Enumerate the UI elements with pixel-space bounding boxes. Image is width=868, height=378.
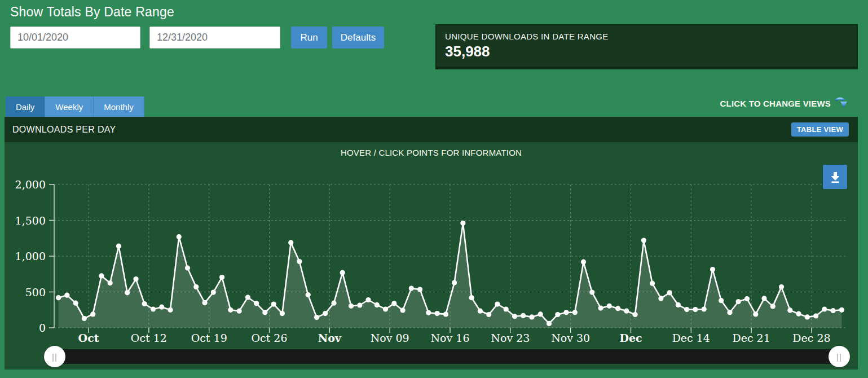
navigator-track[interactable] xyxy=(46,349,844,364)
page-title: Show Totals By Date Range xyxy=(10,5,174,20)
summary-value: 35,988 xyxy=(445,43,848,60)
summary-label: UNIQUE DOWNLOADS IN DATE RANGE xyxy=(445,32,848,41)
svg-text:Oct 12: Oct 12 xyxy=(131,332,167,344)
panel-header: DOWNLOADS PER DAY TABLE VIEW xyxy=(5,117,858,142)
svg-text:Oct 26: Oct 26 xyxy=(251,332,287,344)
svg-text:Dec 21: Dec 21 xyxy=(732,332,770,344)
unique-downloads-box: UNIQUE DOWNLOADS IN DATE RANGE 35,988 xyxy=(435,24,858,69)
tab-daily[interactable]: Daily xyxy=(6,96,45,117)
tab-weekly[interactable]: Weekly xyxy=(45,96,94,117)
change-views-hint: CLICK TO CHANGE VIEWS xyxy=(720,97,847,109)
svg-text:Nov 30: Nov 30 xyxy=(551,332,590,344)
downloads-panel: DOWNLOADS PER DAY TABLE VIEW HOVER / CLI… xyxy=(5,117,858,370)
svg-text:Dec 14: Dec 14 xyxy=(672,332,710,344)
blue-curved-arrow-down-icon xyxy=(835,97,847,109)
table-view-button[interactable]: TABLE VIEW xyxy=(791,122,849,137)
svg-text:Dec 28: Dec 28 xyxy=(792,332,830,344)
navigator-left-handle[interactable]: || xyxy=(44,346,65,367)
svg-text:1,000: 1,000 xyxy=(15,250,46,262)
range-navigator: || || xyxy=(5,345,858,370)
svg-text:Nov: Nov xyxy=(318,332,342,344)
svg-text:Nov 09: Nov 09 xyxy=(371,332,409,344)
tab-monthly[interactable]: Monthly xyxy=(94,96,144,117)
chart-region: HOVER / CLICK POINTS FOR INFORMATION Oct… xyxy=(5,142,858,370)
end-date-input[interactable] xyxy=(149,27,280,49)
svg-text:Oct: Oct xyxy=(78,332,99,344)
navigator-right-handle[interactable]: || xyxy=(829,346,850,367)
download-icon xyxy=(829,171,841,183)
svg-text:Oct 19: Oct 19 xyxy=(191,332,227,344)
svg-text:2,000: 2,000 xyxy=(15,178,46,191)
download-chart-button[interactable] xyxy=(823,165,847,189)
svg-text:Dec: Dec xyxy=(619,332,642,344)
run-button[interactable]: Run xyxy=(291,27,327,49)
svg-text:500: 500 xyxy=(25,286,46,298)
navigator-right-grip: || xyxy=(836,352,842,362)
svg-text:1,500: 1,500 xyxy=(15,214,46,227)
panel-title: DOWNLOADS PER DAY xyxy=(12,125,116,135)
downloads-per-day-chart[interactable]: OctOct 12Oct 19Oct 26NovNov 09Nov 16Nov … xyxy=(5,142,858,345)
change-views-label: CLICK TO CHANGE VIEWS xyxy=(720,99,831,108)
start-date-input[interactable] xyxy=(10,27,140,49)
svg-text:Nov 23: Nov 23 xyxy=(491,332,530,344)
svg-text:0: 0 xyxy=(39,322,46,334)
defaults-button[interactable]: Defaults xyxy=(332,27,384,49)
view-tabs: Daily Weekly Monthly xyxy=(6,96,144,117)
navigator-left-grip: || xyxy=(52,352,58,362)
svg-text:Nov 16: Nov 16 xyxy=(430,332,469,344)
